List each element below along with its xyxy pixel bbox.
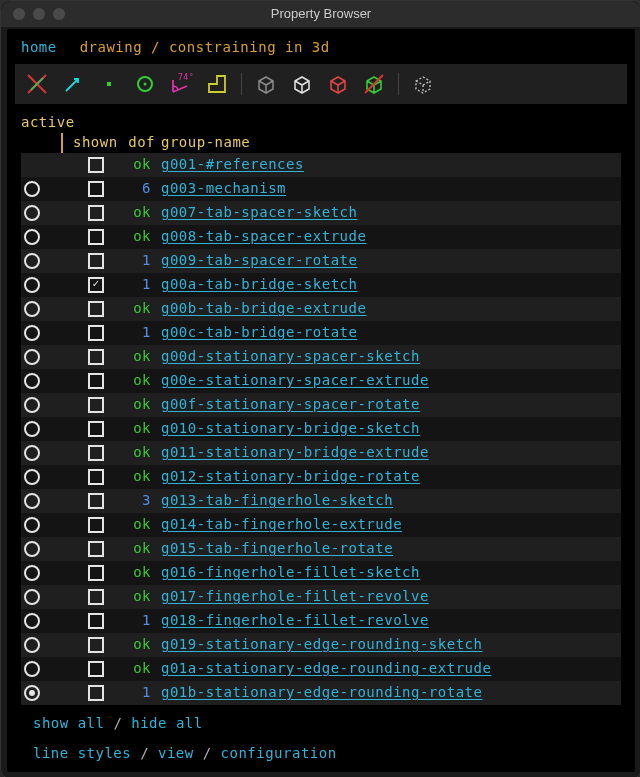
- active-radio-cell[interactable]: [21, 685, 43, 701]
- shown-checkbox-cell[interactable]: [73, 421, 119, 437]
- shown-checkbox-cell[interactable]: [73, 229, 119, 245]
- group-name-link[interactable]: g00f-stationary-spacer-rotate: [161, 396, 621, 413]
- shown-checkbox[interactable]: [88, 229, 104, 245]
- active-radio-cell[interactable]: [21, 637, 43, 653]
- vector-icon[interactable]: [61, 72, 85, 96]
- group-name-link[interactable]: g019-stationary-edge-rounding-sketch: [161, 636, 621, 653]
- active-radio[interactable]: [24, 469, 40, 485]
- active-radio-cell[interactable]: [21, 205, 43, 221]
- active-radio-cell[interactable]: [21, 397, 43, 413]
- cube-white-icon[interactable]: [290, 72, 314, 96]
- group-name-link[interactable]: g010-stationary-bridge-sketch: [161, 420, 621, 437]
- shown-checkbox[interactable]: [88, 541, 104, 557]
- group-name-link[interactable]: g013-tab-fingerhole-sketch: [161, 492, 621, 509]
- group-name-link[interactable]: g01b-stationary-edge-rounding-rotate: [161, 684, 621, 701]
- group-name-link[interactable]: g00d-stationary-spacer-sketch: [161, 348, 621, 365]
- active-radio[interactable]: [24, 301, 40, 317]
- shown-checkbox-cell[interactable]: [73, 445, 119, 461]
- cube-grey-icon[interactable]: [254, 72, 278, 96]
- angle-74-icon[interactable]: 74°: [169, 72, 193, 96]
- shown-checkbox[interactable]: [88, 685, 104, 701]
- shown-checkbox-cell[interactable]: [73, 181, 119, 197]
- group-name-link[interactable]: g007-tab-spacer-sketch: [161, 204, 621, 221]
- shown-checkbox-cell[interactable]: [73, 637, 119, 653]
- group-name-link[interactable]: g011-stationary-bridge-extrude: [161, 444, 621, 461]
- shown-checkbox[interactable]: [88, 157, 104, 173]
- shown-checkbox-cell[interactable]: [73, 349, 119, 365]
- shown-checkbox-cell[interactable]: [73, 661, 119, 677]
- step-icon[interactable]: [205, 72, 229, 96]
- active-radio-cell[interactable]: [21, 469, 43, 485]
- shown-checkbox-cell[interactable]: [73, 253, 119, 269]
- shown-checkbox-cell[interactable]: [73, 685, 119, 701]
- group-name-link[interactable]: g01a-stationary-edge-rounding-extrude: [161, 660, 621, 677]
- line-styles-link[interactable]: line styles: [33, 745, 131, 761]
- shown-checkbox-cell[interactable]: [73, 205, 119, 221]
- active-radio-cell[interactable]: [21, 349, 43, 365]
- shown-checkbox[interactable]: [88, 301, 104, 317]
- shown-checkbox-cell[interactable]: [73, 613, 119, 629]
- active-radio[interactable]: [24, 613, 40, 629]
- hide-all-link[interactable]: hide all: [131, 715, 202, 731]
- shown-checkbox[interactable]: [88, 181, 104, 197]
- active-radio-cell[interactable]: [21, 277, 43, 293]
- active-radio-cell[interactable]: [21, 181, 43, 197]
- group-name-link[interactable]: g017-fingerhole-fillet-revolve: [161, 588, 621, 605]
- group-name-link[interactable]: g008-tab-spacer-extrude: [161, 228, 621, 245]
- active-radio[interactable]: [24, 277, 40, 293]
- active-radio-cell[interactable]: [21, 541, 43, 557]
- wireframe-cube-icon[interactable]: [411, 72, 435, 96]
- active-radio[interactable]: [24, 373, 40, 389]
- minimize-dot[interactable]: [33, 8, 45, 20]
- active-radio-cell[interactable]: [21, 445, 43, 461]
- group-name-link[interactable]: g00b-tab-bridge-extrude: [161, 300, 621, 317]
- active-radio[interactable]: [24, 445, 40, 461]
- shown-checkbox[interactable]: [88, 565, 104, 581]
- shown-checkbox-cell[interactable]: [73, 565, 119, 581]
- active-radio-cell[interactable]: [21, 589, 43, 605]
- active-radio[interactable]: [24, 421, 40, 437]
- active-radio[interactable]: [24, 229, 40, 245]
- group-name-link[interactable]: g001-#references: [161, 156, 621, 173]
- active-radio-cell[interactable]: [21, 517, 43, 533]
- shown-checkbox[interactable]: [88, 349, 104, 365]
- shown-checkbox-cell[interactable]: [73, 517, 119, 533]
- active-radio[interactable]: [24, 205, 40, 221]
- show-all-link[interactable]: show all: [33, 715, 104, 731]
- active-radio[interactable]: [24, 565, 40, 581]
- shown-checkbox[interactable]: [88, 493, 104, 509]
- shown-checkbox[interactable]: [88, 469, 104, 485]
- shown-checkbox-cell[interactable]: [73, 541, 119, 557]
- active-radio-cell[interactable]: [21, 565, 43, 581]
- active-radio-cell[interactable]: [21, 661, 43, 677]
- active-radio-cell[interactable]: [21, 493, 43, 509]
- group-name-link[interactable]: g00e-stationary-spacer-extrude: [161, 372, 621, 389]
- shown-checkbox[interactable]: [88, 661, 104, 677]
- point-icon[interactable]: [97, 72, 121, 96]
- shown-checkbox[interactable]: [88, 373, 104, 389]
- shown-checkbox-cell[interactable]: [73, 157, 119, 173]
- active-radio-cell[interactable]: [21, 613, 43, 629]
- shown-checkbox[interactable]: [88, 517, 104, 533]
- titlebar[interactable]: Property Browser: [1, 1, 640, 27]
- shown-checkbox-cell[interactable]: [73, 493, 119, 509]
- configuration-link[interactable]: configuration: [221, 745, 337, 761]
- group-name-link[interactable]: g003-mechanism: [161, 180, 621, 197]
- active-radio[interactable]: [24, 493, 40, 509]
- active-radio[interactable]: [24, 685, 40, 701]
- active-radio[interactable]: [24, 517, 40, 533]
- close-dot[interactable]: [13, 8, 25, 20]
- shown-checkbox[interactable]: [88, 637, 104, 653]
- cube-red-icon[interactable]: [326, 72, 350, 96]
- group-name-link[interactable]: g018-fingerhole-fillet-revolve: [161, 612, 621, 629]
- shown-checkbox[interactable]: [88, 421, 104, 437]
- shown-checkbox[interactable]: [88, 397, 104, 413]
- active-radio[interactable]: [24, 637, 40, 653]
- group-name-link[interactable]: g016-fingerhole-fillet-sketch: [161, 564, 621, 581]
- shown-checkbox[interactable]: [88, 253, 104, 269]
- shown-checkbox-cell[interactable]: [73, 589, 119, 605]
- active-radio-cell[interactable]: [21, 325, 43, 341]
- active-radio[interactable]: [24, 589, 40, 605]
- active-radio-cell[interactable]: [21, 253, 43, 269]
- cube-green-icon[interactable]: [362, 72, 386, 96]
